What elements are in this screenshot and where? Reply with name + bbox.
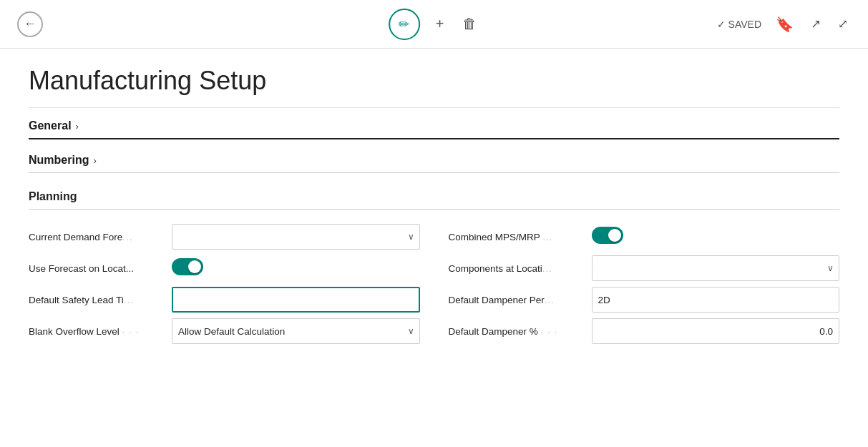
default-dampener-percent-label: Default Dampener % · · · xyxy=(449,326,592,337)
toggle-thumb xyxy=(188,260,201,273)
components-at-location-control: ∨ xyxy=(592,255,840,281)
components-at-location-label: Components at Locati... xyxy=(449,263,592,274)
blank-overflow-level-select[interactable]: Allow Default Calculation No Overflow Fi… xyxy=(172,318,420,344)
default-safety-lead-input[interactable] xyxy=(172,287,420,313)
planning-section-header: Planning xyxy=(29,190,839,210)
general-section-title: General xyxy=(29,119,72,132)
default-dampener-percent-input[interactable] xyxy=(592,318,840,344)
current-demand-forecast-control: ∨ xyxy=(172,224,420,250)
default-dampener-period-row: Default Dampener Per... xyxy=(449,284,840,315)
planning-section: Planning Current Demand Fore... ∨ xyxy=(29,190,839,347)
components-at-location-select[interactable] xyxy=(592,255,840,281)
back-icon: ← xyxy=(24,16,36,31)
toggle-track xyxy=(172,258,203,275)
default-safety-lead-control xyxy=(172,287,420,313)
planning-section-title: Planning xyxy=(29,190,77,203)
fields-grid: Current Demand Fore... ∨ Use Forecast on… xyxy=(29,221,839,347)
current-demand-forecast-label: Current Demand Fore... xyxy=(29,232,172,242)
use-forecast-location-row: Use Forecast on Locat... xyxy=(29,252,420,284)
blank-overflow-level-control: Allow Default Calculation No Overflow Fi… xyxy=(172,318,420,344)
current-demand-forecast-select[interactable] xyxy=(172,224,420,250)
export-icon: ↗ xyxy=(811,16,821,31)
delete-button[interactable]: 🗑 xyxy=(459,13,479,35)
page-title: Manufacturing Setup xyxy=(29,66,839,96)
default-dampener-period-control xyxy=(592,287,840,313)
saved-status: ✓ SAVED xyxy=(717,19,761,30)
default-safety-lead-label: Default Safety Lead Ti... xyxy=(29,295,172,305)
export-button[interactable]: ↗ xyxy=(808,14,824,34)
numbering-section-header[interactable]: Numbering › xyxy=(29,154,839,173)
default-dampener-period-label: Default Dampener Per... xyxy=(449,295,592,305)
default-dampener-percent-row: Default Dampener % · · · xyxy=(449,315,840,347)
expand-icon: ⤢ xyxy=(838,16,848,31)
combined-toggle-track xyxy=(592,227,623,244)
use-forecast-location-control xyxy=(172,258,420,278)
left-column: Current Demand Fore... ∨ Use Forecast on… xyxy=(29,221,420,347)
bookmark-button[interactable]: 🔖 xyxy=(773,13,796,36)
default-safety-lead-row: Default Safety Lead Ti... xyxy=(29,284,420,315)
components-at-location-row: Components at Locati... ∨ xyxy=(449,252,840,284)
general-section-header[interactable]: General › xyxy=(29,119,839,139)
bookmark-icon: 🔖 xyxy=(776,16,794,33)
use-forecast-location-label: Use Forecast on Locat... xyxy=(29,263,172,274)
toolbar-center-actions: ✏ + 🗑 xyxy=(389,9,480,40)
add-icon: + xyxy=(436,16,444,32)
delete-icon: 🗑 xyxy=(462,16,477,32)
current-demand-forecast-row: Current Demand Fore... ∨ xyxy=(29,221,420,252)
combined-mps-mrp-control xyxy=(592,227,840,247)
checkmark-icon: ✓ xyxy=(717,19,726,30)
edit-icon: ✏ xyxy=(399,16,409,32)
use-forecast-location-toggle[interactable] xyxy=(172,258,203,275)
default-dampener-percent-control xyxy=(592,318,840,344)
default-dampener-period-input[interactable] xyxy=(592,287,840,313)
combined-mps-mrp-row: Combined MPS/MRP ... xyxy=(449,221,840,252)
expand-button[interactable]: ⤢ xyxy=(835,14,851,34)
combined-mps-mrp-toggle[interactable] xyxy=(592,227,623,244)
saved-label: SAVED xyxy=(728,19,761,30)
add-button[interactable]: + xyxy=(433,13,447,35)
general-chevron-icon: › xyxy=(76,121,79,132)
blank-overflow-level-row: Blank Overflow Level · · · Allow Default… xyxy=(29,315,420,347)
page-content: Manufacturing Setup General › Numbering … xyxy=(0,49,868,447)
right-column: Combined MPS/MRP ... Components at Locat… xyxy=(449,221,840,347)
combined-mps-mrp-label: Combined MPS/MRP ... xyxy=(449,232,592,242)
back-button[interactable]: ← xyxy=(17,11,43,37)
toolbar-right-actions: ✓ SAVED 🔖 ↗ ⤢ xyxy=(717,13,851,36)
edit-button[interactable]: ✏ xyxy=(389,9,420,40)
numbering-section-title: Numbering xyxy=(29,154,89,167)
toolbar: ← ✏ + 🗑 ✓ SAVED 🔖 ↗ ⤢ xyxy=(0,0,868,49)
combined-toggle-thumb xyxy=(608,229,621,242)
blank-overflow-level-label: Blank Overflow Level · · · xyxy=(29,326,172,337)
numbering-chevron-icon: › xyxy=(93,155,96,166)
